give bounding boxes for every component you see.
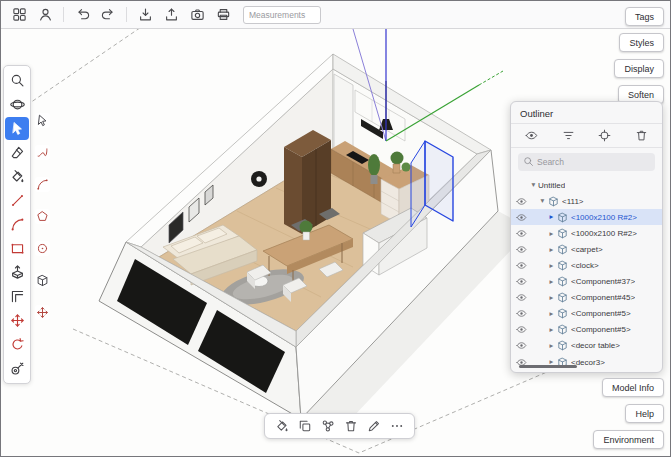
outliner-row[interactable]: ▾<111> <box>511 193 662 209</box>
outliner-row[interactable]: ▸<Component#37> <box>511 274 662 290</box>
offset-tool-button[interactable] <box>5 285 29 308</box>
chevron-right-icon[interactable]: ▸ <box>547 246 556 254</box>
measurements-input[interactable] <box>243 6 321 24</box>
visibility-eye-icon[interactable] <box>516 292 529 303</box>
chevron-right-icon[interactable]: ▸ <box>547 262 556 270</box>
environment-button[interactable]: Environment <box>593 430 664 449</box>
arc-tool-button[interactable] <box>5 213 29 236</box>
app-grid-button[interactable] <box>7 4 31 26</box>
outliner-item-label: Untitled <box>538 181 565 190</box>
rectangle-tool-button[interactable] <box>5 237 29 260</box>
camera-button[interactable] <box>185 4 209 26</box>
paint-icon <box>275 419 289 433</box>
tape-measure-icon <box>10 361 25 376</box>
tape-measure-tool-button[interactable] <box>5 357 29 380</box>
select-tool-button[interactable] <box>5 117 29 140</box>
account-button[interactable] <box>33 4 57 26</box>
outliner-row[interactable]: ▸<decor table> <box>511 338 662 354</box>
top-toolbar-icons <box>7 4 235 26</box>
push-pull-tool-button[interactable] <box>5 261 29 284</box>
outliner-horizontal-scrollbar[interactable] <box>519 365 577 369</box>
pencil-button[interactable] <box>367 419 381 433</box>
visibility-eye-icon[interactable] <box>516 324 529 335</box>
camera-icon <box>190 7 205 22</box>
trash-button[interactable] <box>635 129 648 142</box>
component-icon <box>548 196 559 207</box>
undo-button[interactable] <box>70 4 94 26</box>
help-button[interactable]: Help <box>625 404 664 423</box>
select-icon <box>10 121 25 136</box>
circle-flyout-button[interactable] <box>35 241 50 256</box>
paint-button[interactable] <box>275 419 289 433</box>
import-button[interactable] <box>133 4 157 26</box>
move-tool-button[interactable] <box>5 309 29 332</box>
visibility-eye-icon[interactable] <box>516 260 529 271</box>
visibility-eye-icon[interactable] <box>516 228 529 239</box>
arc-flyout-button[interactable] <box>35 177 50 192</box>
component-icon <box>557 292 568 303</box>
display-button[interactable]: Display <box>614 59 664 78</box>
rotate-tool-button[interactable] <box>5 333 29 356</box>
outliner-row[interactable]: ▸<carpet> <box>511 241 662 257</box>
zoom-tool-button[interactable] <box>5 69 29 92</box>
molecule-icon <box>321 419 335 433</box>
line-tool-button[interactable] <box>5 189 29 212</box>
export-button[interactable] <box>159 4 183 26</box>
outliner-search-input[interactable] <box>537 157 650 167</box>
outliner-row[interactable]: ▸<clock> <box>511 257 662 273</box>
chevron-right-icon[interactable]: ▸ <box>547 230 556 238</box>
eye-icon <box>516 276 527 287</box>
chevron-right-icon[interactable]: ▸ <box>547 342 556 350</box>
lasso-flyout-button[interactable] <box>35 113 50 128</box>
molecule-button[interactable] <box>321 419 335 433</box>
component-icon <box>557 260 568 271</box>
outliner-row[interactable]: ▸<1000x2100 R#2> <box>511 225 662 241</box>
cube-icon <box>548 196 559 207</box>
chevron-down-icon[interactable]: ▾ <box>529 181 538 189</box>
bottom-right-buttons: Model InfoHelpEnvironment <box>593 378 664 449</box>
cube-icon <box>36 274 49 287</box>
orbit-tool-button[interactable] <box>5 93 29 116</box>
tags-button[interactable]: Tags <box>625 7 664 26</box>
outliner-row[interactable]: ▸<Component#45> <box>511 290 662 306</box>
eraser-tool-button[interactable] <box>5 141 29 164</box>
search-icon <box>523 156 534 167</box>
cube-flyout-button[interactable] <box>35 273 50 288</box>
visibility-eye-icon[interactable] <box>516 212 529 223</box>
print-button[interactable] <box>211 4 235 26</box>
filter-button[interactable] <box>562 129 575 142</box>
chevron-right-icon[interactable]: ▸ <box>547 294 556 302</box>
visibility-eye-icon[interactable] <box>516 244 529 255</box>
outliner-row[interactable]: ▾Untitled <box>511 177 662 193</box>
redo-button[interactable] <box>96 4 120 26</box>
outliner-row[interactable]: ▸<1000x2100 R#2> <box>511 209 662 225</box>
target-button[interactable] <box>598 129 611 142</box>
chevron-right-icon[interactable]: ▸ <box>547 310 556 318</box>
visibility-eye-icon[interactable] <box>516 276 529 287</box>
circle-icon <box>36 242 49 255</box>
outliner-row[interactable]: ▸<Component#5> <box>511 306 662 322</box>
target-icon <box>598 129 611 142</box>
chevron-down-icon[interactable]: ▾ <box>538 197 547 205</box>
chevron-right-icon[interactable]: ▸ <box>547 213 556 221</box>
freehand-flyout-button[interactable] <box>35 145 50 160</box>
visibility-eye-icon[interactable] <box>516 196 529 207</box>
styles-button[interactable]: Styles <box>619 33 664 52</box>
move-flyout-button[interactable] <box>35 305 50 320</box>
polygon-flyout-button[interactable] <box>35 209 50 224</box>
outliner-row[interactable]: ▸<Component#5> <box>511 322 662 338</box>
eye-icon <box>516 212 527 223</box>
copy-button[interactable] <box>298 419 312 433</box>
visibility-eye-icon[interactable] <box>516 340 529 351</box>
paint-tool-button[interactable] <box>5 165 29 188</box>
eye-button[interactable] <box>525 129 538 142</box>
more-button[interactable] <box>390 419 404 433</box>
freehand-icon <box>36 146 49 159</box>
outliner-search <box>518 153 655 171</box>
model-info-button[interactable]: Model Info <box>602 378 664 397</box>
outliner-tree: ▾Untitled▾<111>▸<1000x2100 R#2>▸<1000x21… <box>511 176 662 372</box>
trash-button[interactable] <box>344 419 358 433</box>
chevron-right-icon[interactable]: ▸ <box>547 278 556 286</box>
visibility-eye-icon[interactable] <box>516 308 529 319</box>
chevron-right-icon[interactable]: ▸ <box>547 326 556 334</box>
